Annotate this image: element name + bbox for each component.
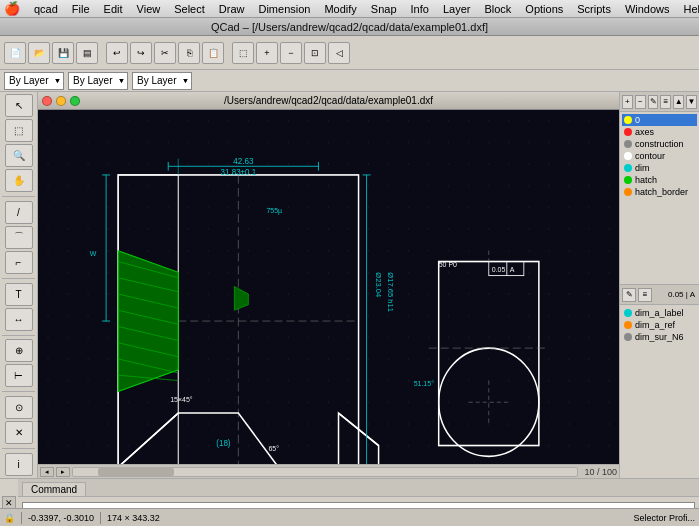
svg-text:755µ: 755µ — [266, 206, 282, 215]
menu-options[interactable]: Options — [519, 2, 569, 16]
menu-file[interactable]: File — [66, 2, 96, 16]
add-layer-button[interactable]: + — [622, 95, 633, 109]
layer-toolbar-bottom: ✎ ≡ 0.05 | A — [620, 285, 699, 305]
menu-bar: 🍎 qcad File Edit View Select Draw Dimens… — [0, 0, 699, 18]
menu-info[interactable]: Info — [405, 2, 435, 16]
info-tool[interactable]: i — [5, 453, 33, 476]
minimize-button[interactable] — [56, 96, 66, 106]
menu-qcad[interactable]: qcad — [28, 2, 64, 16]
command-tab[interactable]: Command — [22, 482, 86, 496]
layer-item-dim-sur-n6[interactable]: dim_sur_N6 — [622, 331, 697, 343]
status-sep-1 — [21, 512, 22, 524]
scroll-left-button[interactable]: ◂ — [40, 467, 54, 477]
menu-view[interactable]: View — [131, 2, 167, 16]
paste-button[interactable]: 📋 — [202, 42, 224, 64]
zoom-out-button[interactable]: − — [280, 42, 302, 64]
linetype-select[interactable]: By Layer — [68, 72, 128, 90]
menu-scripts[interactable]: Scripts — [571, 2, 617, 16]
layer-color-dim-a-ref — [624, 321, 632, 329]
drawing-title: /Users/andrew/qcad2/qcad/data/example01.… — [224, 95, 433, 106]
polyline-tool[interactable]: ⌐ — [5, 251, 33, 274]
layer-bar: By Layer ▼ By Layer ▼ By Layer ▼ — [0, 70, 699, 92]
layer-item-dim-a-ref[interactable]: dim_a_ref — [622, 319, 697, 331]
dim-tool[interactable]: ↔ — [5, 308, 33, 331]
layer-down-button[interactable]: ▼ — [686, 95, 697, 109]
view-btn[interactable]: ≡ — [638, 288, 652, 302]
select-tool[interactable]: ⬚ — [5, 119, 33, 142]
zoom-tool[interactable]: 🔍 — [5, 144, 33, 167]
layer-item-0[interactable]: 0 — [622, 114, 697, 126]
svg-text:(18): (18) — [216, 437, 230, 447]
snap-tool[interactable]: ⊕ — [5, 339, 33, 362]
zoom-in-button[interactable]: + — [256, 42, 278, 64]
layer-name-hatch-border: hatch_border — [635, 187, 688, 197]
color-select[interactable]: By Layer — [4, 72, 64, 90]
menu-windows[interactable]: Windows — [619, 2, 676, 16]
menu-dimension[interactable]: Dimension — [252, 2, 316, 16]
redo-button[interactable]: ↪ — [130, 42, 152, 64]
edit-layer-button[interactable]: ✎ — [648, 95, 659, 109]
layer-item-hatch[interactable]: hatch — [622, 174, 697, 186]
modify-tool[interactable]: ⊙ — [5, 396, 33, 419]
drawing-area[interactable]: /Users/andrew/qcad2/qcad/data/example01.… — [38, 92, 619, 478]
delete-tool[interactable]: ✕ — [5, 421, 33, 444]
zoom-window-button[interactable]: ⬚ — [232, 42, 254, 64]
layer-item-dim[interactable]: dim — [622, 162, 697, 174]
draw-tool-btn[interactable]: ✎ — [622, 288, 636, 302]
linewidth-select[interactable]: By Layer — [132, 72, 192, 90]
layer-name-dim-a-ref: dim_a_ref — [635, 320, 675, 330]
menu-block[interactable]: Block — [478, 2, 517, 16]
h-scrollbar-track[interactable] — [72, 467, 578, 477]
svg-text:Ø23.04: Ø23.04 — [374, 272, 383, 297]
text-tool[interactable]: T — [5, 283, 33, 306]
undo-button[interactable]: ↩ — [106, 42, 128, 64]
menu-edit[interactable]: Edit — [98, 2, 129, 16]
pan-tool[interactable]: ✋ — [5, 169, 33, 192]
lock-icon: 🔒 — [4, 513, 15, 523]
menu-select[interactable]: Select — [168, 2, 211, 16]
cursor-tool[interactable]: ↖ — [5, 94, 33, 117]
menu-modify[interactable]: Modify — [318, 2, 362, 16]
menu-help[interactable]: Help — [678, 2, 699, 16]
app-titlebar: QCad – [/Users/andrew/qcad2/qcad/data/ex… — [0, 18, 699, 36]
arc-tool[interactable]: ⌒ — [5, 226, 33, 249]
line-tool[interactable]: / — [5, 201, 33, 224]
scroll-right-button[interactable]: ▸ — [56, 467, 70, 477]
status-bar: 🔒 -0.3397, -0.3010 174 × 343.32 Selector… — [0, 508, 699, 526]
h-scrollbar: ◂ ▸ 10 / 100 — [38, 464, 619, 478]
maximize-button[interactable] — [70, 96, 80, 106]
layer-item-hatch-border[interactable]: hatch_border — [622, 186, 697, 198]
layer-panel-bottom: ✎ ≡ 0.05 | A dim_a_label dim_a_ref dim_s… — [620, 285, 699, 478]
layer-item-dim-a-label[interactable]: dim_a_label — [622, 307, 697, 319]
layer-settings-button[interactable]: ≡ — [660, 95, 671, 109]
zoom-fit-button[interactable]: ⊡ — [304, 42, 326, 64]
save-button[interactable]: 💾 — [52, 42, 74, 64]
print-button[interactable]: ▤ — [76, 42, 98, 64]
ortho-tool[interactable]: ⊢ — [5, 364, 33, 387]
menu-layer[interactable]: Layer — [437, 2, 477, 16]
h-scrollbar-thumb[interactable] — [98, 468, 174, 476]
apple-menu[interactable]: 🍎 — [4, 1, 20, 16]
layer-item-contour[interactable]: contour — [622, 150, 697, 162]
drawing-canvas[interactable]: 42.63 31.83±0.1 755µ Ø23.04 Ø17.65 h11 W — [38, 110, 619, 478]
svg-text:51.15°: 51.15° — [414, 379, 434, 388]
layer-up-button[interactable]: ▲ — [673, 95, 684, 109]
tolerance-display: 0.05 | A — [654, 290, 697, 299]
close-button[interactable] — [42, 96, 52, 106]
zoom-prev-button[interactable]: ◁ — [328, 42, 350, 64]
bottom-area: ✕ Command 🔒 -0.3397, -0.3010 174 × 343.3… — [0, 478, 699, 526]
right-panel: + − ✎ ≡ ▲ ▼ 0 axes construction — [619, 92, 699, 478]
main-content: ↖ ⬚ 🔍 ✋ / ⌒ ⌐ T ↔ ⊕ ⊢ ⊙ ✕ i /Users/andre… — [0, 92, 699, 478]
layer-color-dim-sur-n6 — [624, 333, 632, 341]
new-button[interactable]: 📄 — [4, 42, 26, 64]
layer-item-construction[interactable]: construction — [622, 138, 697, 150]
menu-draw[interactable]: Draw — [213, 2, 251, 16]
layer-color-construction — [624, 140, 632, 148]
cut-button[interactable]: ✂ — [154, 42, 176, 64]
menu-snap[interactable]: Snap — [365, 2, 403, 16]
layer-color-0 — [624, 116, 632, 124]
open-button[interactable]: 📂 — [28, 42, 50, 64]
copy-button[interactable]: ⎘ — [178, 42, 200, 64]
delete-layer-button[interactable]: − — [635, 95, 646, 109]
layer-item-axes[interactable]: axes — [622, 126, 697, 138]
